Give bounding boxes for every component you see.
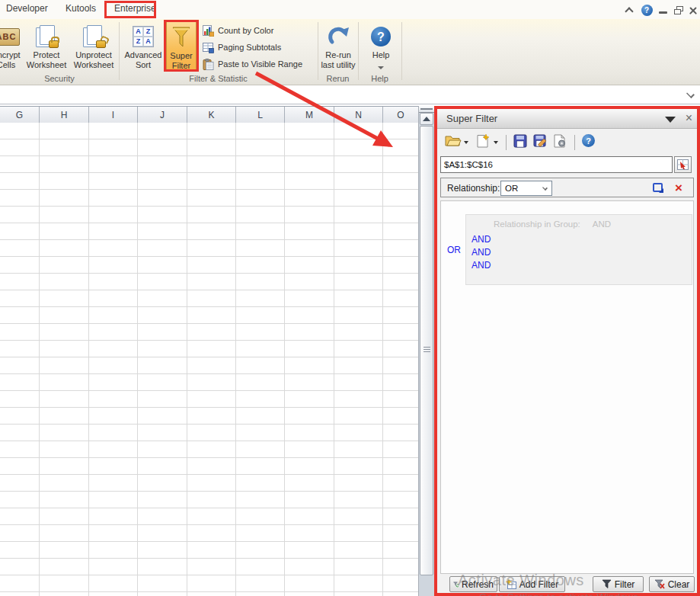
save-as-scenario-button[interactable] xyxy=(533,134,548,151)
paging-subtotals-icon xyxy=(203,42,214,53)
clear-label: Clear xyxy=(668,579,690,590)
restore-icon xyxy=(674,6,683,14)
refresh-button[interactable]: Refresh xyxy=(449,576,497,592)
refresh-label: Refresh xyxy=(462,579,494,590)
column-header[interactable]: M xyxy=(285,107,334,123)
and-condition-link[interactable]: AND xyxy=(471,247,491,258)
minimize-button[interactable] xyxy=(657,5,669,16)
range-select-icon xyxy=(677,159,689,170)
manage-scenario-button[interactable] xyxy=(553,134,567,151)
range-input[interactable]: $A$1:$C$16 xyxy=(440,156,673,173)
paste-to-visible-range-label: Paste to Visible Range xyxy=(218,59,302,69)
column-header[interactable]: O xyxy=(383,107,418,123)
filter-button[interactable]: Filter xyxy=(593,576,644,592)
thumb-grip-icon xyxy=(424,347,430,354)
scroll-up-button[interactable] xyxy=(420,113,433,125)
toolbar-separator xyxy=(506,135,507,150)
filter-group-box: Relationship in Group:AND AND AND AND xyxy=(465,214,692,285)
vertical-scrollbar[interactable] xyxy=(418,106,434,596)
column-header[interactable]: H xyxy=(40,107,89,123)
chevron-down-icon[interactable] xyxy=(494,141,498,144)
super-filter-pane: Super Filter × xyxy=(434,106,700,596)
triangle-up-icon xyxy=(423,117,430,121)
close-button[interactable] xyxy=(687,5,699,16)
advanced-sort-icon: AZ ZA xyxy=(133,26,154,47)
new-scenario-button[interactable] xyxy=(477,134,489,151)
chevron-down-icon[interactable] xyxy=(464,141,468,144)
filter-icon xyxy=(602,579,612,589)
open-folder-icon xyxy=(445,134,462,147)
group-separator xyxy=(358,22,359,80)
help-icon: ? xyxy=(641,5,653,16)
advanced-sort-button[interactable]: AZ ZA Advanced Sort xyxy=(122,21,165,72)
column-header-row: G H I J K L M N O xyxy=(0,106,418,123)
scrollbar-thumb[interactable] xyxy=(420,126,433,575)
unprotect-worksheet-icon xyxy=(82,24,106,49)
relationship-dropdown[interactable]: OR xyxy=(500,181,552,196)
tab-developer[interactable]: Developer xyxy=(6,3,48,14)
column-header[interactable]: K xyxy=(187,107,236,123)
pane-menu-icon[interactable] xyxy=(665,117,676,123)
toolbar-separator xyxy=(574,135,575,150)
add-filter-icon xyxy=(506,579,516,589)
super-filter-button[interactable]: Super Filter xyxy=(166,21,197,71)
chevron-up-icon xyxy=(625,7,633,15)
protect-worksheet-button[interactable]: Protect Worksheet xyxy=(24,21,69,72)
paste-to-visible-range-button[interactable]: Paste to Visible Range xyxy=(203,57,318,71)
pane-close-button[interactable]: × xyxy=(686,109,692,127)
relationship-label: Relationship: xyxy=(447,183,500,194)
tab-kutools[interactable]: Kutools xyxy=(66,3,96,14)
column-header[interactable]: N xyxy=(334,107,383,123)
filter-label: Filter xyxy=(615,579,635,590)
collapse-ribbon-button[interactable] xyxy=(623,5,635,16)
unprotect-worksheet-button[interactable]: Unprotect Worksheet xyxy=(70,21,117,72)
window-help-button[interactable]: ? xyxy=(641,5,653,16)
add-filter-button[interactable]: Add Filter xyxy=(499,576,565,592)
rerun-icon xyxy=(326,25,350,48)
encrypt-cells-icon: ABC xyxy=(0,28,20,46)
add-group-icon[interactable] xyxy=(653,183,663,192)
ribbon-tab-row: Developer Kutools Enterprise ? xyxy=(0,0,700,19)
and-condition-link[interactable]: AND xyxy=(471,260,491,271)
group-header: Relationship in Group:AND xyxy=(494,219,611,229)
filter-workspace: OR Relationship in Group:AND AND AND AND xyxy=(440,200,694,574)
add-filter-label: Add Filter xyxy=(519,579,558,590)
expand-formula-bar-icon[interactable] xyxy=(686,90,695,98)
and-condition-link[interactable]: AND xyxy=(471,234,491,245)
paste-to-visible-range-icon xyxy=(203,59,214,70)
ribbon: ABC Encrypt Cells Protect Worksheet Unpr… xyxy=(0,19,700,85)
column-header[interactable]: L xyxy=(236,107,285,123)
paging-subtotals-button[interactable]: Paging Subtotals xyxy=(203,40,318,54)
column-header[interactable]: I xyxy=(89,107,138,123)
help-button[interactable]: ? Help xyxy=(364,21,398,72)
pane-help-button[interactable]: ? xyxy=(582,134,595,147)
count-by-color-button[interactable]: Count by Color xyxy=(203,24,318,37)
column-header[interactable]: G xyxy=(0,107,40,123)
pane-title: Super Filter xyxy=(446,113,497,124)
funnel-icon xyxy=(171,26,192,49)
restore-button[interactable] xyxy=(673,5,685,16)
relationship-bar: Relationship: OR × xyxy=(440,178,694,197)
refresh-filter-icon xyxy=(453,579,459,589)
or-relationship-link[interactable]: OR xyxy=(447,245,461,255)
group-label-rerun: Rerun xyxy=(318,74,358,83)
cells-area[interactable] xyxy=(0,123,418,596)
save-as-icon xyxy=(533,134,548,148)
clear-filter-icon xyxy=(654,579,665,589)
help-icon: ? xyxy=(371,27,391,46)
group-label-security: Security xyxy=(0,74,119,83)
split-handle[interactable] xyxy=(419,106,434,113)
spreadsheet-grid[interactable]: G H I J K L M N O xyxy=(0,106,418,596)
range-row: $A$1:$C$16 xyxy=(440,156,694,173)
column-header[interactable]: J xyxy=(138,107,187,123)
tab-enterprise[interactable]: Enterprise xyxy=(114,3,156,14)
formula-bar[interactable] xyxy=(0,85,700,104)
relationship-in-group-label: Relationship in Group: xyxy=(494,219,580,229)
clear-button[interactable]: Clear xyxy=(649,576,695,592)
new-file-icon xyxy=(477,134,489,148)
rerun-last-utility-button[interactable]: Re-run last utility xyxy=(318,21,358,72)
range-picker-button[interactable] xyxy=(674,156,692,173)
save-scenario-button[interactable] xyxy=(513,134,527,151)
open-scenario-button[interactable] xyxy=(445,134,462,150)
delete-filter-icon[interactable]: × xyxy=(675,180,682,197)
